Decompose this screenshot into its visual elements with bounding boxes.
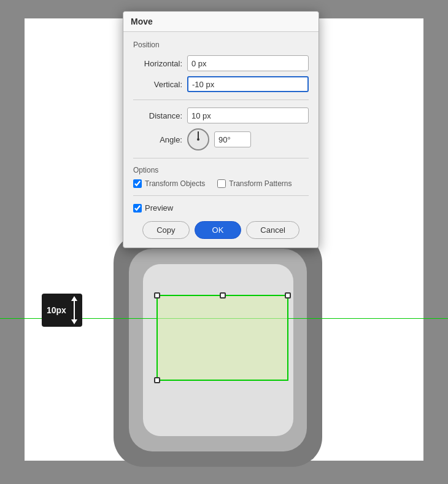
- movement-label: 10px: [42, 294, 82, 327]
- divider-2: [133, 158, 309, 158]
- angle-label: Angle:: [133, 135, 182, 144]
- transform-patterns-checkbox[interactable]: [217, 179, 226, 188]
- move-dialog: Move Position Horizontal: Vertical: Dist…: [123, 11, 319, 248]
- dialog-body: Position Horizontal: Vertical: Distance:…: [123, 32, 319, 248]
- preview-label: Preview: [145, 203, 173, 213]
- vertical-input[interactable]: [187, 76, 309, 92]
- anchor-bottom-left: [154, 377, 160, 383]
- vertical-field-row: Vertical:: [133, 76, 309, 92]
- options-label: Options: [133, 166, 309, 174]
- horizontal-input[interactable]: [187, 55, 309, 71]
- ok-button[interactable]: OK: [195, 221, 242, 239]
- distance-field-row: Distance:: [133, 107, 309, 123]
- angle-input[interactable]: [214, 131, 251, 147]
- transform-objects-option[interactable]: Transform Objects: [133, 179, 205, 188]
- vertical-label: Vertical:: [133, 80, 182, 89]
- arrow-indicator: [71, 296, 77, 324]
- preview-row: Preview: [133, 203, 309, 213]
- button-row: Copy OK Cancel: [133, 221, 309, 239]
- transform-objects-label: Transform Objects: [145, 179, 205, 188]
- angle-field-row: Angle:: [133, 128, 309, 150]
- horizontal-field-row: Horizontal:: [133, 55, 309, 71]
- dialog-title: Move: [131, 17, 153, 26]
- dialog-titlebar: Move: [123, 12, 319, 32]
- angle-dial-center: [197, 138, 199, 141]
- transform-patterns-label: Transform Patterns: [229, 179, 292, 188]
- anchor-top-right: [285, 292, 291, 299]
- angle-dial[interactable]: [187, 128, 209, 150]
- arrow-up-icon: [71, 296, 77, 301]
- arrow-line: [74, 301, 75, 319]
- selected-rectangle: [156, 295, 288, 381]
- preview-option[interactable]: Preview: [133, 203, 173, 213]
- distance-input[interactable]: [187, 107, 309, 123]
- distance-label: Distance:: [133, 111, 182, 120]
- cancel-button[interactable]: Cancel: [246, 221, 299, 239]
- transform-objects-checkbox[interactable]: [133, 179, 142, 188]
- position-section-label: Position: [133, 41, 309, 49]
- divider-1: [133, 100, 309, 100]
- preview-checkbox[interactable]: [133, 204, 142, 213]
- horizontal-label: Horizontal:: [133, 59, 182, 68]
- arrow-down-icon: [71, 319, 77, 324]
- anchor-top-left: [154, 292, 160, 299]
- options-section: Options Transform Objects Transform Patt…: [133, 166, 309, 188]
- options-row: Transform Objects Transform Patterns: [133, 179, 309, 188]
- movement-text: 10px: [47, 305, 66, 315]
- divider-3: [133, 195, 309, 196]
- transform-patterns-option[interactable]: Transform Patterns: [217, 179, 292, 188]
- copy-button[interactable]: Copy: [142, 221, 189, 239]
- anchor-top-center: [220, 292, 226, 299]
